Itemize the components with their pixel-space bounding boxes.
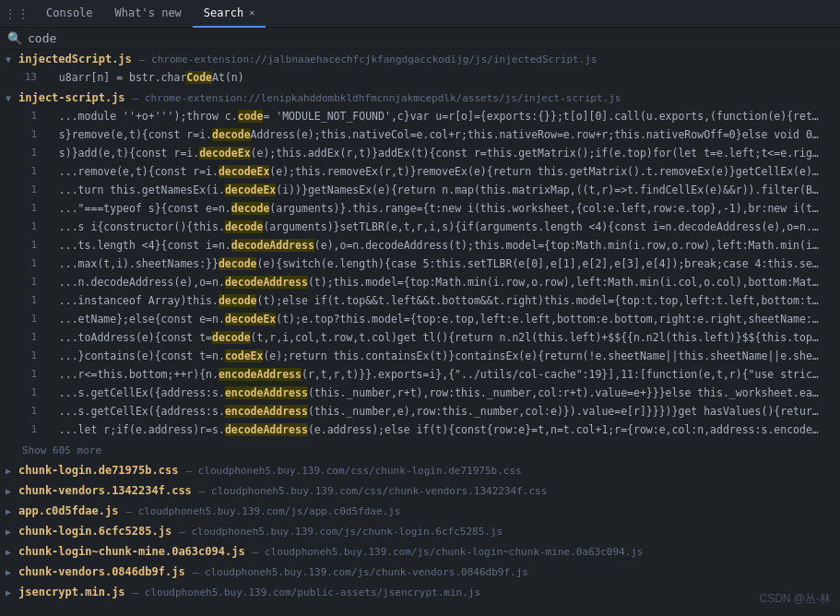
line-number: 1 <box>18 385 37 401</box>
code-line[interactable]: 1 ...toAddress(e){const t=decode(t,r,i,c… <box>0 328 840 347</box>
chevron-right-icon: ▶ <box>6 466 15 476</box>
line-content: s)}add(e,t){const r=i.decodeEx(e);this.a… <box>46 145 821 161</box>
tab-search[interactable]: Search ✕ <box>193 0 266 28</box>
filename-injectscript: inject-script.js <box>18 91 125 104</box>
line-number: 1 <box>18 200 37 217</box>
file-path-injectedscript: — chrome-extension://jalbnaaehacechfcjkf… <box>139 53 597 65</box>
filename: chunk-vendors.1342234f.css <box>18 484 192 497</box>
line-content: ...n.decodeAddress(e),o=n.decodeAddress(… <box>46 274 821 290</box>
code-line[interactable]: 1 ...ts.length <4}{const i=n.decodeAddre… <box>0 236 840 255</box>
search-input[interactable] <box>28 31 212 45</box>
line-number: 1 <box>18 421 37 438</box>
chevron-right-icon: ▶ <box>6 527 15 537</box>
code-line[interactable]: 1 ...n.decodeAddress(e),o=n.decodeAddres… <box>0 273 840 291</box>
line-number: 13 <box>18 69 37 86</box>
line-number: 1 <box>18 292 37 309</box>
line-content: ...turn this.getNamesEx(i.decodeEx(i))}g… <box>46 182 821 198</box>
line-content: u8arr[n] = bstr.charCodeAt(n) <box>46 69 244 86</box>
filename: chunk-vendors.0846db9f.js <box>18 565 185 578</box>
code-line[interactable]: 1 ...remove(e,t){const r=i.decodeEx(e);t… <box>0 162 840 181</box>
line-content: ...r<=this.bottom;++r){n.encodeAddress(r… <box>46 366 821 383</box>
results-panel: ▼ injectedScript.js — chrome-extension:/… <box>0 50 840 616</box>
line-content: ...s.getCellEx({address:s.encodeAddress(… <box>46 403 821 420</box>
code-line[interactable]: 1 ...}contains(e){const t=n.codeEx(e);re… <box>0 347 840 365</box>
tab-close-icon[interactable]: ✕ <box>249 7 254 18</box>
show-more-button[interactable]: Show 605 more <box>0 441 840 460</box>
line-number: 1 <box>18 108 37 124</box>
line-content: ...remove(e,t){const r=i.decodeEx(e);thi… <box>46 163 821 180</box>
filename: jsencrypt.min.js <box>18 586 125 598</box>
line-content: ...etName};else{const e=n.decodeEx(t);e.… <box>46 311 821 327</box>
code-line[interactable]: 13 u8arr[n] = bstr.charCodeAt(n) <box>0 68 840 87</box>
line-number: 1 <box>18 219 37 235</box>
line-content: ...toAddress(e){const t=decode(t,r,i,col… <box>46 329 821 346</box>
chevron-down-icon: ▼ <box>6 54 15 65</box>
code-line[interactable]: 1 ...s.getCellEx({address:s.encodeAddres… <box>0 402 840 421</box>
file-collapsed-chunk-vendors-js[interactable]: ▶ chunk-vendors.0846db9f.js — cloudphone… <box>0 562 840 582</box>
chevron-right-icon: ▶ <box>6 567 15 577</box>
chevron-right-icon: ▶ <box>6 587 15 598</box>
code-line[interactable]: 1 ...let r;if(e.address)r=s.decodeAddres… <box>0 421 840 439</box>
code-line[interactable]: 1 ...module ''+o+''');throw c.code= 'MOD… <box>0 107 840 125</box>
code-line[interactable]: 1 s}remove(e,t){const r=i.decodeAddress(… <box>0 125 840 144</box>
line-content: s}remove(e,t){const r=i.decodeAddress(e)… <box>46 126 821 143</box>
file-path-injectscript: — chrome-extension://lenipkahddombkldhfm… <box>133 92 621 104</box>
file-header-injectscript[interactable]: ▼ inject-script.js — chrome-extension://… <box>0 89 840 107</box>
drag-handle-icon: ⋮⋮ <box>4 6 30 21</box>
line-content: ...}contains(e){const t=n.codeEx(e);retu… <box>46 348 821 364</box>
chevron-right-icon: ▶ <box>6 486 15 496</box>
file-collapsed-chunk-login-mine-js[interactable]: ▶ chunk-login~chunk-mine.0a63c094.js — c… <box>0 541 840 562</box>
code-line[interactable]: 1 ...s i{constructor(){this.decode(argum… <box>0 218 840 236</box>
line-number: 1 <box>18 145 37 161</box>
search-bar: 🔍 <box>0 28 840 50</box>
file-path: — cloudphoneh5.buy.139.com/js/chunk-logi… <box>253 546 644 558</box>
code-line[interactable]: 1 ...r<=this.bottom;++r){n.encodeAddress… <box>0 365 840 384</box>
line-content: ..."===typeof s}{const e=n.decode(argume… <box>46 200 821 217</box>
line-number: 1 <box>18 366 37 383</box>
file-path: — cloudphoneh5.buy.139.com/css/chunk-ven… <box>199 485 548 497</box>
tab-console[interactable]: Console <box>35 0 104 28</box>
line-number: 1 <box>18 163 37 180</box>
file-path: — cloudphoneh5.buy.139.com/js/chunk-vend… <box>193 566 528 578</box>
code-line[interactable]: 1 ...turn this.getNamesEx(i.decodeEx(i))… <box>0 181 840 199</box>
filename: chunk-login.6cfc5285.js <box>18 525 172 538</box>
code-line[interactable]: 1 ..."===typeof s}{const e=n.decode(argu… <box>0 199 840 218</box>
file-path: — cloudphoneh5.buy.139.com/js/app.c0d5fd… <box>125 505 400 517</box>
file-collapsed-jsencrypt-js[interactable]: ▶ jsencrypt.min.js — cloudphoneh5.buy.13… <box>0 582 840 602</box>
watermark: CSDN @丛-林 <box>759 591 831 607</box>
code-line[interactable]: 1 ...s.getCellEx({address:s.encodeAddres… <box>0 384 840 402</box>
chevron-down-icon-2: ▼ <box>6 93 15 103</box>
filename-injectedscript: injectedScript.js <box>18 53 132 65</box>
line-number: 1 <box>18 126 37 143</box>
line-content: ...s.getCellEx({address:s.encodeAddress(… <box>46 385 821 401</box>
line-content: ...module ''+o+''');throw c.code= 'MODUL… <box>46 108 821 124</box>
file-collapsed-chunk-vendors-css[interactable]: ▶ chunk-vendors.1342234f.css — cloudphon… <box>0 480 840 501</box>
code-line[interactable]: 1 ...etName};else{const e=n.decodeEx(t);… <box>0 310 840 328</box>
line-content: ...max(t,i).sheetNames:}}decode(e){switc… <box>46 255 821 272</box>
line-content: ...s i{constructor(){this.decode(argumen… <box>46 219 821 235</box>
line-number: 1 <box>18 182 37 198</box>
line-number: 1 <box>18 329 37 346</box>
line-number: 1 <box>18 255 37 272</box>
line-content: ...ts.length <4}{const i=n.decodeAddress… <box>46 237 821 254</box>
line-number: 1 <box>18 348 37 364</box>
file-path: — cloudphoneh5.buy.139.com/css/chunk-log… <box>185 465 521 477</box>
line-number: 1 <box>18 274 37 290</box>
line-number: 1 <box>18 311 37 327</box>
code-line[interactable]: 1 s)}add(e,t){const r=i.decodeEx(e);this… <box>0 144 840 162</box>
chevron-right-icon: ▶ <box>6 547 15 557</box>
code-line[interactable]: 1 ...instanceof Array)this.decode(t);els… <box>0 291 840 310</box>
tab-whats-new[interactable]: What's new <box>104 0 193 28</box>
filename: chunk-login~chunk-mine.0a63c094.js <box>18 545 245 558</box>
filename: app.c0d5fdae.js <box>18 504 118 517</box>
file-group-injectscript: ▼ inject-script.js — chrome-extension://… <box>0 89 840 439</box>
file-collapsed-chunk-login-js[interactable]: ▶ chunk-login.6cfc5285.js — cloudphoneh5… <box>0 521 840 541</box>
file-path: — cloudphoneh5.buy.139.com/js/chunk-logi… <box>179 526 503 538</box>
code-line[interactable]: 1 ...max(t,i).sheetNames:}}decode(e){swi… <box>0 255 840 273</box>
line-number: 1 <box>18 403 37 420</box>
file-header-injectedscript[interactable]: ▼ injectedScript.js — chrome-extension:/… <box>0 50 840 68</box>
chevron-right-icon: ▶ <box>6 506 15 516</box>
file-collapsed-app-js[interactable]: ▶ app.c0d5fdae.js — cloudphoneh5.buy.139… <box>0 501 840 521</box>
line-content: ...let r;if(e.address)r=s.decodeAddress(… <box>46 421 821 438</box>
file-collapsed-chunk-login-css[interactable]: ▶ chunk-login.de71975b.css — cloudphoneh… <box>0 460 840 480</box>
